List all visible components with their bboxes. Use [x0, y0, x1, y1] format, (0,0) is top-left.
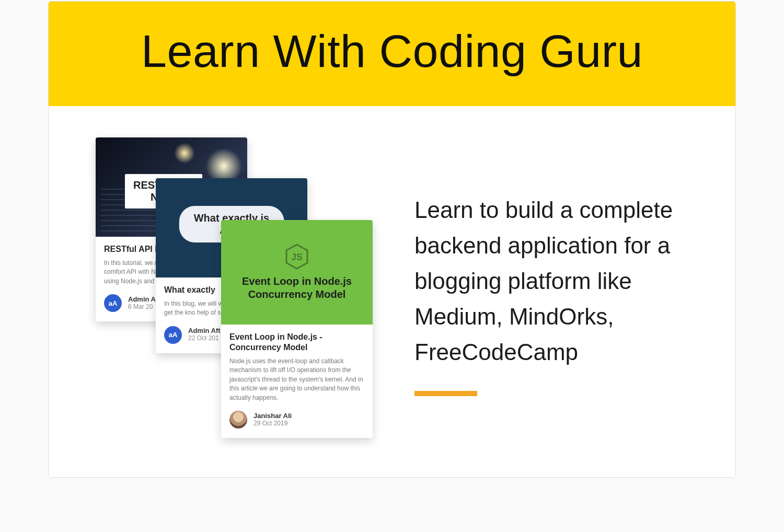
cards-stack: RESTful API Node RESTful API Express In … [96, 137, 388, 435]
accent-underline [414, 391, 477, 396]
author-name: Admin Aft [188, 327, 221, 335]
avatar [229, 411, 247, 429]
card-hero-label: Event Loop in Node.js Concurrency Model [242, 275, 352, 301]
lead-paragraph: Learn to build a complete backend applic… [414, 192, 699, 371]
article-card[interactable]: JS Event Loop in Node.js Concurrency Mod… [221, 220, 373, 438]
content-row: RESTful API Node RESTful API Express In … [49, 106, 735, 477]
right-column: Learn to build a complete backend applic… [414, 177, 699, 397]
avatar: aA [104, 294, 122, 312]
card-title: Event Loop in Node.js - Concurrency Mode… [229, 332, 364, 353]
publish-date: 6 Mar 20 [128, 304, 158, 311]
banner: Learn With Coding Guru [49, 2, 735, 106]
publish-date: 29 Oct 2019 [253, 420, 292, 427]
card-excerpt: Node.js uses the event-loop and callback… [229, 357, 364, 402]
card-hero: JS Event Loop in Node.js Concurrency Mod… [221, 220, 373, 325]
svg-text:JS: JS [291, 252, 303, 262]
card-footer: Janishar Ali 29 Oct 2019 [221, 411, 373, 438]
avatar: aA [164, 326, 182, 344]
promo-frame: Learn With Coding Guru RESTful API Node … [48, 1, 736, 478]
author-name: Janishar Ali [253, 412, 292, 420]
card-body: Event Loop in Node.js - Concurrency Mode… [221, 325, 373, 411]
banner-title: Learn With Coding Guru [59, 25, 725, 78]
publish-date: 22 Oct 201 [188, 335, 221, 342]
author-name: Admin Af [128, 296, 158, 304]
nodejs-icon: JS [285, 244, 308, 270]
